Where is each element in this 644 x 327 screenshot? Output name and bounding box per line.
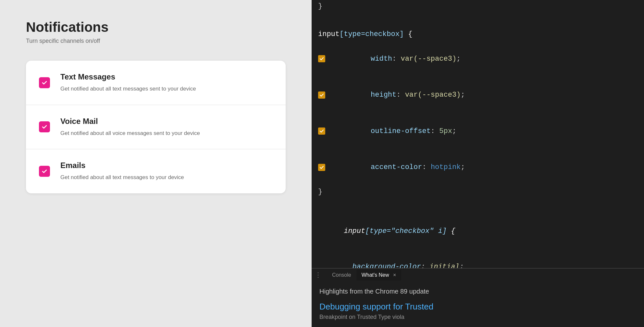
selector-checkbox: input[type=checkbox] { [312,25,644,41]
whats-new-intro: Highlights from the Chrome 89 update [319,288,636,295]
whats-new-article: Debugging support for Trusted Breakpoint… [319,302,636,321]
notification-item-text-messages: Text Messages Get notified about all tex… [26,61,286,105]
emails-title: Emails [60,161,273,170]
notifications-panel: Notifications Turn specific channels on/… [0,0,312,327]
voice-mail-checkbox[interactable] [39,121,50,132]
drawer-menu-dots[interactable]: ⋮ [315,271,322,279]
devtools-checkmark-icon [319,56,324,61]
article-title[interactable]: Debugging support for Trusted [319,302,636,312]
code-closing-brace-2: } [312,186,644,198]
devtools-panel: } input[type=checkbox] { width: var(--sp… [312,0,644,327]
selector-checkbox-italic: input[type="checkbox" i] { [312,211,644,249]
text-messages-title: Text Messages [60,72,273,81]
devtools-checkbox-height[interactable] [318,91,325,99]
checkbox-wrapper-voice-mail[interactable] [39,121,50,132]
bottom-drawer: ⋮ Console What's New × Highlights from t… [312,268,644,327]
prop-width: width: var(--space3); [312,41,644,77]
devtools-checkbox-width[interactable] [318,55,325,62]
prop-width-text: width: var(--space3); [328,42,461,76]
page-title: Notifications [26,19,286,35]
text-messages-content: Text Messages Get notified about all tex… [60,72,273,93]
devtools-checkbox-outline-offset[interactable] [318,127,325,135]
prop-accent-color-text: accent-color: hotpink; [328,150,465,185]
code-blank-1 [312,13,644,25]
tab-whats-new[interactable]: What's New × [356,270,402,281]
voice-mail-desc: Get notified about all voice messages se… [60,129,273,138]
whats-new-tab-label: What's New [362,272,389,278]
text-messages-desc: Get notified about all text messages sen… [60,85,273,93]
checkbox-wrapper-text-messages[interactable] [39,77,50,88]
tab-console[interactable]: Console [327,270,356,281]
voice-mail-title: Voice Mail [60,117,273,126]
prop-accent-color: accent-color: hotpink; [312,149,644,186]
page-subtitle: Turn specific channels on/off [26,38,286,44]
prop-bg-color-italic: background-color: initial; [312,249,644,268]
devtools-checkmark-icon [319,93,324,97]
checkmark-icon [41,168,48,175]
checkmark-icon [41,124,48,130]
code-blank-2 [312,198,644,211]
drawer-tab-bar: ⋮ Console What's New × [312,268,644,281]
prop-height-text: height: var(--space3); [328,78,465,112]
code-area: } input[type=checkbox] { width: var(--sp… [312,0,644,268]
devtools-checkmark-icon [319,129,324,133]
text-messages-checkbox[interactable] [39,77,50,88]
checkbox-wrapper-emails[interactable] [39,166,50,177]
checkmark-icon [41,79,48,86]
whats-new-tab-close[interactable]: × [393,272,396,278]
devtools-checkbox-accent-color[interactable] [318,164,325,171]
notification-item-voice-mail: Voice Mail Get notified about all voice … [26,105,286,150]
prop-outline-offset-text: outline-offset: 5px; [328,114,456,149]
prop-height: height: var(--space3); [312,77,644,113]
drawer-content: Highlights from the Chrome 89 update Deb… [312,281,644,327]
devtools-checkmark-icon [319,165,324,170]
code-closing-brace-top: } [312,0,644,13]
voice-mail-content: Voice Mail Get notified about all voice … [60,117,273,138]
article-subtitle: Breakpoint on Trusted Type viola [319,314,636,321]
notification-item-emails: Emails Get notified about all text messa… [26,149,286,193]
notification-card: Text Messages Get notified about all tex… [26,61,286,193]
emails-desc: Get notified about all text messages to … [60,173,273,182]
emails-checkbox[interactable] [39,166,50,177]
emails-content: Emails Get notified about all text messa… [60,161,273,182]
prop-outline-offset: outline-offset: 5px; [312,113,644,150]
